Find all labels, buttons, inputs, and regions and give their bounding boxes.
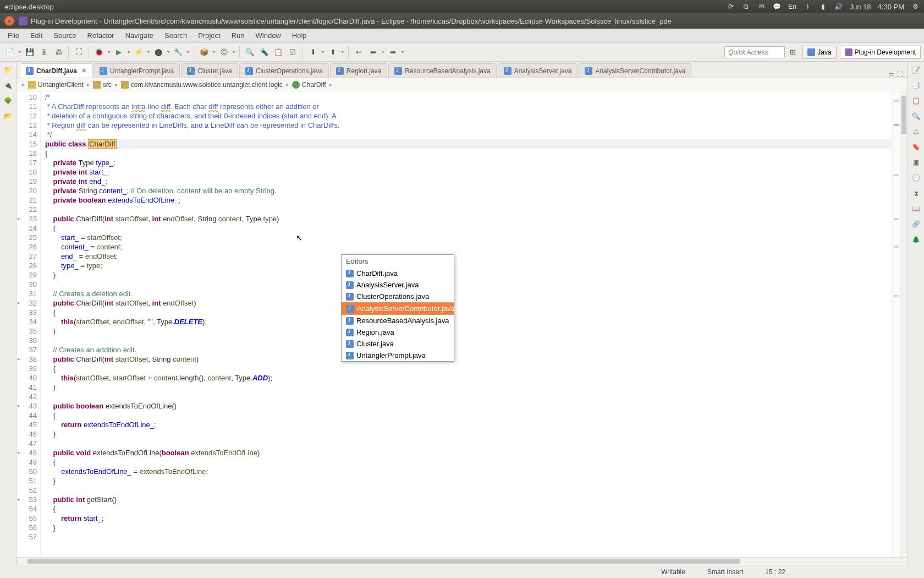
task-button[interactable]: ☑ <box>286 46 299 59</box>
editor-switcher-item[interactable]: UntanglerPrompt.java <box>342 350 454 361</box>
quick-access-input[interactable] <box>724 46 785 58</box>
code-editor[interactable]: 1011121314151617181920212223242526272829… <box>16 91 908 557</box>
open-type-button[interactable]: 🔍 <box>243 46 256 59</box>
tab-cluster-java[interactable]: Cluster.java <box>181 63 238 78</box>
maximize-view-icon[interactable]: ⛶ <box>897 71 903 78</box>
messages-icon[interactable]: 💬 <box>773 2 782 11</box>
editor-switcher-item[interactable]: Cluster.java <box>342 338 454 350</box>
left-view-gutter: 📁 🔌 🌳 📂 <box>0 62 16 565</box>
bluetooth-icon[interactable]: ᚼ <box>804 2 812 11</box>
cheatsheet-icon[interactable]: 📋 <box>911 96 921 106</box>
tab-resourcebasedanalysis-java[interactable]: ResourceBasedAnalysis.java <box>388 63 496 78</box>
breadcrumb-class[interactable]: CharDiff <box>302 81 326 89</box>
horizontal-scrollbar[interactable] <box>16 557 908 565</box>
menu-help[interactable]: Help <box>287 29 312 42</box>
annotations-button[interactable]: 📋 <box>272 46 285 59</box>
window-titlebar: ✕ Plug-in Development - UntanglerClient/… <box>0 13 924 29</box>
editor-switcher-label: AnalysisServerContributor.java <box>357 304 455 313</box>
dropbox-icon[interactable]: ⧉ <box>742 2 751 11</box>
back-button[interactable]: ⬅ <box>366 46 380 59</box>
console-icon[interactable]: ▣ <box>911 157 921 167</box>
new-button[interactable]: 📄 <box>3 46 16 59</box>
tab-analysisserver-java[interactable]: AnalysisServer.java <box>498 63 578 78</box>
run-last-button[interactable]: ⚡ <box>132 46 145 59</box>
breadcrumb-package[interactable]: com.kivancmuslu.www.solstice.untangler.c… <box>131 81 283 89</box>
prev-annotation-button[interactable]: ⬆ <box>326 46 339 59</box>
perspective-java[interactable]: Java <box>802 46 836 59</box>
tasks-icon[interactable]: 📝 <box>911 65 921 75</box>
new-package-button[interactable]: 📦 <box>197 46 211 59</box>
time-label[interactable]: 4:30 PM <box>878 3 904 11</box>
volume-icon[interactable]: 🔊 <box>834 2 843 11</box>
menu-edit[interactable]: Edit <box>25 29 48 42</box>
breadcrumb-project[interactable]: UntanglerClient <box>38 81 84 89</box>
forward-button[interactable]: ➡ <box>386 46 399 59</box>
new-drop[interactable]: ▾ <box>18 46 22 59</box>
menu-search[interactable]: Search <box>159 29 193 42</box>
debug-button[interactable]: 🐞 <box>92 46 106 59</box>
vertical-scrollbar[interactable] <box>900 91 908 557</box>
breadcrumb[interactable]: ▸ UntanglerClient ▸ src ▸ com.kivancmusl… <box>16 78 908 91</box>
date-label[interactable]: Jun 18 <box>850 3 871 11</box>
last-edit-button[interactable]: ↩ <box>352 46 365 59</box>
gear-icon[interactable]: ⚙ <box>911 2 920 11</box>
editor-switcher-item[interactable]: ClusterOperations.java <box>342 291 454 302</box>
scrollbar-thumb[interactable] <box>901 96 906 134</box>
editor-switcher-item[interactable]: AnalysisServer.java <box>342 279 454 291</box>
run-button[interactable]: ▶ <box>112 46 125 59</box>
menu-file[interactable]: File <box>2 29 25 42</box>
external-tools-button[interactable]: 🔧 <box>172 46 185 59</box>
breadcrumb-folder[interactable]: src <box>103 81 112 89</box>
toggle-breadcrumb-button[interactable]: ⛶ <box>72 46 85 59</box>
declaration-icon[interactable]: 🔗 <box>911 219 921 229</box>
save-all-button[interactable]: 🗎 <box>37 46 51 59</box>
menu-source[interactable]: Source <box>48 29 81 42</box>
menu-navigate[interactable]: Navigate <box>120 29 159 42</box>
status-writable: Writable <box>661 568 685 576</box>
menu-refactor[interactable]: Refactor <box>82 29 120 42</box>
call-hierarchy-icon[interactable]: 🌲 <box>911 235 921 244</box>
search-view-icon[interactable]: 🔍 <box>911 111 921 121</box>
mail-icon[interactable]: ✉ <box>757 2 766 11</box>
javadoc-icon[interactable]: 📖 <box>911 204 921 214</box>
bookmarks-icon[interactable]: 🔖 <box>911 142 921 152</box>
history-icon[interactable]: 🕘 <box>911 173 921 183</box>
editor-switcher-item[interactable]: Region.java <box>342 326 454 338</box>
next-annotation-button[interactable]: ⬇ <box>306 46 320 59</box>
tab-region-java[interactable]: Region.java <box>330 63 387 78</box>
lang-indicator[interactable]: En <box>788 2 797 11</box>
print-button[interactable]: 🖶 <box>52 46 65 59</box>
tab-untanglerprompt-java[interactable]: UntanglerPrompt.java <box>94 63 180 78</box>
editor-switcher-item[interactable]: CharDiff.java <box>342 268 454 279</box>
coverage-button[interactable]: ⬤ <box>152 46 165 59</box>
overview-ruler[interactable] <box>892 91 900 557</box>
type-hierarchy-icon[interactable]: 🌳 <box>3 96 13 106</box>
outline-icon[interactable]: 📑 <box>911 80 921 90</box>
tab-analysisservercontributor-java[interactable]: AnalysisServerContributor.java <box>579 63 691 78</box>
package-explorer-icon[interactable]: 📁 <box>3 65 13 75</box>
close-icon[interactable]: ✕ <box>81 67 86 74</box>
progress-icon[interactable]: ⧗ <box>911 188 921 198</box>
navigator-icon[interactable]: 📂 <box>3 111 13 121</box>
problems-icon[interactable]: ⚠ <box>911 127 921 137</box>
java-file-icon <box>187 67 195 75</box>
editor-switcher-item[interactable]: AnalysisServerContributor.java <box>342 302 454 315</box>
window-close-button[interactable]: ✕ <box>4 16 14 26</box>
tab-chardiff-java[interactable]: CharDiff.java✕ <box>20 63 92 78</box>
battery-icon[interactable]: ▮ <box>819 2 828 11</box>
perspective-pde[interactable]: Plug-in Development <box>840 46 921 59</box>
plugins-icon[interactable]: 🔌 <box>3 80 13 90</box>
sync-icon[interactable]: ⟳ <box>727 2 735 11</box>
tab-clusteroperations-java[interactable]: ClusterOperations.java <box>239 63 329 78</box>
search-button[interactable]: 🔦 <box>257 46 271 59</box>
editor-switcher-item[interactable]: ResourceBasedAnalysis.java <box>342 315 454 326</box>
save-button[interactable]: 💾 <box>23 46 36 59</box>
menu-run[interactable]: Run <box>226 29 250 42</box>
menu-project[interactable]: Project <box>193 29 226 42</box>
open-perspective-button[interactable]: ⊞ <box>786 46 799 59</box>
code-content[interactable]: /* * A CharDiff represents an intra-line… <box>41 91 892 557</box>
menu-window[interactable]: Window <box>250 29 287 42</box>
new-class-button[interactable]: Ⓒ <box>217 46 230 59</box>
h-scrollbar-thumb[interactable] <box>28 559 740 564</box>
minimize-view-icon[interactable]: ▭ <box>888 70 894 78</box>
